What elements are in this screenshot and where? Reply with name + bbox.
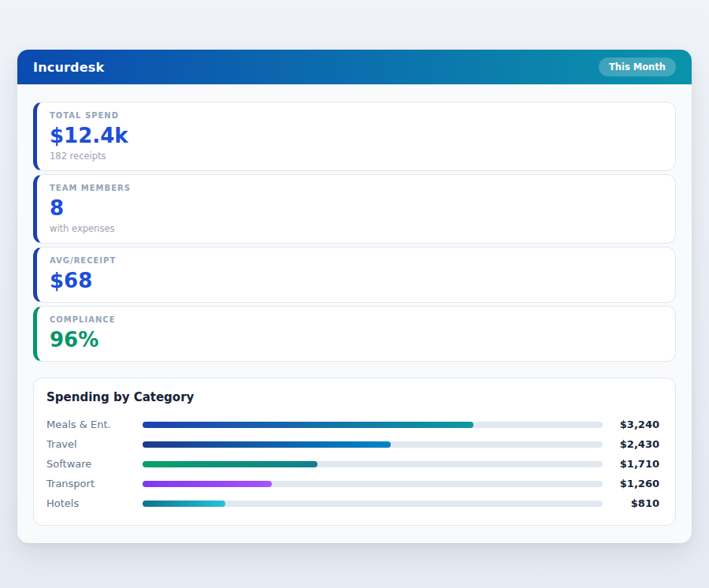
category-value: $2,430 [611,438,659,450]
stat-label: COMPLIANCE [50,315,663,324]
bar-track [143,422,603,428]
chart-row-meals: Meals & Ent. $3,240 [46,415,659,434]
category-label: Travel [46,438,135,450]
category-value: $3,240 [611,419,659,430]
page-background: { "header": { "title": "Incurdesk", "per… [0,0,709,588]
bar-track [143,501,603,507]
bar-track [143,481,603,487]
bar-fill [143,441,391,448]
stat-label: TEAM MEMBERS [50,184,663,192]
app-header: Incurdesk This Month [17,50,692,84]
chart-row-software: Software $1,710 [46,454,659,474]
stat-value: $12.4k [50,124,663,148]
chart-row-travel: Travel $2,430 [46,434,659,454]
category-label: Software [46,458,135,470]
stat-subtext: with expenses [50,223,663,234]
category-label: Transport [46,478,135,489]
bar-fill [143,481,272,487]
dashboard-panel: Incurdesk This Month TOTAL SPEND $12.4k … [17,50,692,543]
stat-subtext: 182 receipts [50,151,663,162]
category-value: $1,710 [611,458,659,470]
app-title: Incurdesk [33,60,104,75]
stat-card-avg-receipt: AVG/RECEIPT $68 [33,247,676,303]
stat-label: AVG/RECEIPT [50,256,663,265]
spending-chart-card: Spending by Category Meals & Ent. $3,240… [33,378,676,526]
dashboard-body: TOTAL SPEND $12.4k 182 receipts TEAM MEM… [17,84,692,543]
category-label: Meals & Ent. [46,419,135,430]
period-badge[interactable]: This Month [599,58,676,76]
bar-track [143,461,603,467]
stat-value: 96% [50,328,663,352]
bar-fill [143,461,317,467]
category-value: $810 [611,497,659,509]
category-value: $1,260 [611,478,659,489]
chart-title: Spending by Category [46,390,659,404]
chart-row-hotels: Hotels $810 [46,493,659,513]
stat-value: 8 [50,196,663,221]
chart-row-transport: Transport $1,260 [46,474,659,493]
stat-card-compliance: COMPLIANCE 96% [33,306,676,362]
stat-value: $68 [50,269,663,293]
bar-track [143,441,603,448]
stat-label: TOTAL SPEND [50,111,663,120]
bar-fill [143,422,473,428]
stat-card-team-members: TEAM MEMBERS 8 with expenses [33,174,676,244]
bar-fill [143,501,225,507]
category-label: Hotels [46,497,135,509]
stat-card-total-spend: TOTAL SPEND $12.4k 182 receipts [33,102,676,171]
